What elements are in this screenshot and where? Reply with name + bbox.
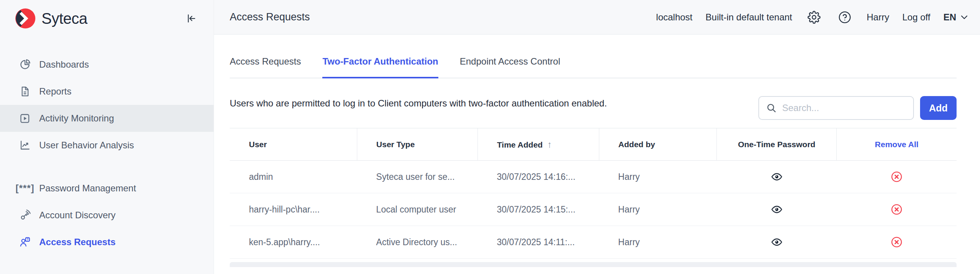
- cell-user: harry-hill-pc\har....: [230, 193, 357, 226]
- table-row: harry-hill-pc\har.... Local computer use…: [230, 193, 957, 226]
- cell-time-added: 30/07/2025 14:15:...: [478, 193, 599, 226]
- user-menu[interactable]: Harry: [867, 12, 889, 23]
- brand-logo: Syteca: [15, 8, 87, 28]
- gear-icon: [808, 11, 821, 24]
- tab-bar: Access Requests Two-Factor Authenticatio…: [230, 56, 957, 78]
- sort-ascending-icon: ↑: [547, 139, 552, 149]
- circle-x-icon: [890, 171, 903, 183]
- column-header-user: User: [230, 128, 357, 161]
- sidebar-item-label: Access Requests: [39, 237, 116, 247]
- masked-password-icon: [***]: [18, 182, 32, 195]
- language-selector[interactable]: EN: [944, 12, 968, 23]
- cell-user-type: Syteca user for se...: [357, 161, 478, 193]
- chevron-down-icon: [960, 13, 968, 22]
- table-header-row: User User Type Time Added↑ Added by One-…: [230, 128, 957, 161]
- settings-button[interactable]: [808, 11, 821, 24]
- cell-added-by: Harry: [599, 161, 717, 193]
- sidebar-item-label: Activity Monitoring: [39, 113, 114, 124]
- remove-user-button[interactable]: [890, 236, 903, 248]
- sidebar-collapse-button[interactable]: [185, 13, 197, 24]
- cell-added-by: Harry: [599, 226, 717, 259]
- description-row: Users who are permitted to log in to Cli…: [230, 95, 957, 120]
- column-header-one-time-password: One-Time Password: [717, 128, 837, 161]
- otp-view-button[interactable]: [771, 203, 783, 216]
- table-controls: Add: [758, 96, 957, 120]
- cell-time-added: 30/07/2025 14:11:...: [478, 226, 599, 259]
- logoff-link[interactable]: Log off: [902, 12, 930, 23]
- logo-row: Syteca: [0, 0, 214, 37]
- top-bar-right: localhost Built-in default tenant Harry …: [656, 11, 968, 24]
- sidebar-item-label: User Behavior Analysis: [39, 140, 134, 151]
- add-button[interactable]: Add: [920, 96, 957, 120]
- sidebar-section-gap: [0, 159, 214, 175]
- remove-user-button[interactable]: [890, 203, 903, 216]
- help-circle-icon: [838, 11, 851, 24]
- pie-chart-icon: [18, 58, 32, 71]
- sidebar: Syteca Dashboards Reports: [0, 0, 214, 274]
- search-icon: [766, 103, 777, 113]
- pagination-bar-edge: [230, 262, 957, 267]
- tenant-selector[interactable]: Built-in default tenant: [706, 12, 792, 23]
- sidebar-item-password-management[interactable]: [***] Password Management: [0, 175, 214, 202]
- sidebar-item-dashboards[interactable]: Dashboards: [0, 51, 214, 78]
- content-area: Access Requests Two-Factor Authenticatio…: [214, 35, 980, 274]
- help-button[interactable]: [838, 11, 851, 24]
- remove-all-link[interactable]: Remove All: [837, 128, 957, 161]
- host-label: localhost: [656, 12, 693, 23]
- tab-two-factor-authentication[interactable]: Two-Factor Authentication: [322, 56, 438, 78]
- svg-text:?: ?: [27, 237, 28, 241]
- otp-view-button[interactable]: [771, 236, 783, 248]
- tab-endpoint-access-control[interactable]: Endpoint Access Control: [460, 56, 560, 78]
- sidebar-item-label: Reports: [39, 86, 71, 97]
- search-box: [758, 96, 914, 120]
- column-header-added-by: Added by: [599, 128, 717, 161]
- brand-name: Syteca: [41, 10, 87, 27]
- cell-user: ken-5.app\harry....: [230, 226, 357, 259]
- play-square-icon: [18, 112, 32, 125]
- cell-user: admin: [230, 161, 357, 193]
- page-title: Access Requests: [230, 11, 310, 23]
- cell-user-type: Local computer user: [357, 193, 478, 226]
- eye-icon: [771, 203, 783, 216]
- eye-icon: [771, 236, 783, 248]
- search-input[interactable]: [782, 103, 906, 113]
- page-description: Users who are permitted to log in to Cli…: [230, 95, 607, 111]
- tab-access-requests[interactable]: Access Requests: [230, 56, 301, 78]
- sidebar-nav: Dashboards Reports Activity Monitoring: [0, 37, 214, 256]
- table-row: ken-5.app\harry.... Active Directory us.…: [230, 226, 957, 259]
- sidebar-item-user-behavior-analysis[interactable]: User Behavior Analysis: [0, 132, 214, 159]
- main-area: Access Requests localhost Built-in defau…: [214, 0, 980, 274]
- line-chart-icon: [18, 139, 32, 152]
- syteca-logo-icon: [15, 8, 35, 28]
- key-signal-icon: [18, 209, 32, 222]
- otp-view-button[interactable]: [771, 171, 783, 183]
- sidebar-item-activity-monitoring[interactable]: Activity Monitoring: [0, 105, 214, 132]
- sidebar-item-access-requests[interactable]: ? Access Requests: [0, 229, 214, 256]
- sidebar-item-label: Password Management: [39, 183, 136, 194]
- collapse-left-icon: [185, 13, 197, 24]
- cell-user-type: Active Directory us...: [357, 226, 478, 259]
- circle-x-icon: [890, 236, 903, 248]
- circle-x-icon: [890, 203, 903, 216]
- cell-time-added: 30/07/2025 14:16:...: [478, 161, 599, 193]
- user-question-icon: ?: [18, 236, 32, 249]
- column-header-time-added[interactable]: Time Added↑: [478, 128, 599, 161]
- sidebar-item-label: Dashboards: [39, 59, 89, 70]
- cell-added-by: Harry: [599, 193, 717, 226]
- top-bar: Access Requests localhost Built-in defau…: [214, 0, 980, 35]
- remove-user-button[interactable]: [890, 171, 903, 183]
- sidebar-item-account-discovery[interactable]: Account Discovery: [0, 202, 214, 229]
- eye-icon: [771, 171, 783, 183]
- sidebar-item-label: Account Discovery: [39, 210, 116, 221]
- column-header-user-type: User Type: [357, 128, 478, 161]
- two-factor-users-table: User User Type Time Added↑ Added by One-…: [230, 128, 957, 259]
- language-label: EN: [944, 12, 956, 23]
- sidebar-item-reports[interactable]: Reports: [0, 78, 214, 105]
- document-icon: [18, 85, 32, 98]
- table-row: admin Syteca user for se... 30/07/2025 1…: [230, 161, 957, 193]
